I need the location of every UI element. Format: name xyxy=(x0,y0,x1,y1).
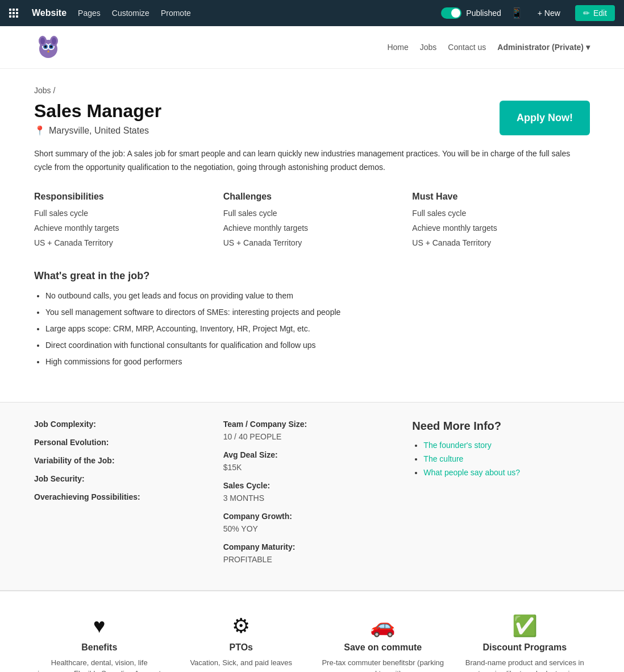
admin-nav[interactable]: Administrator (Private) ▾ xyxy=(497,43,590,52)
site-nav: Home Jobs Contact us Administrator (Priv… xyxy=(387,43,590,52)
need-more-title: Need More Info? xyxy=(412,420,590,433)
benefits-section: ♥ Benefits Healthcare, dental, vision, l… xyxy=(0,591,624,672)
great-item-4: High commissions for good performers xyxy=(45,356,590,368)
great-item-2: Large apps scope: CRM, MRP, Accounting, … xyxy=(45,323,590,335)
site-logo xyxy=(34,33,63,61)
info-sales-cycle: Sales Cycle: 3 MONTHS xyxy=(223,481,401,503)
job-title: Sales Manager xyxy=(34,101,161,122)
nav-contact[interactable]: Contact us xyxy=(448,43,486,52)
info-variability: Variability of the Job: xyxy=(34,456,212,465)
culture-link[interactable]: The culture xyxy=(423,454,463,463)
info-left-col: Job Complexity: Personal Evolution: Vari… xyxy=(34,420,212,573)
svg-point-6 xyxy=(50,45,52,48)
job-location: 📍 Marysville, United States xyxy=(34,125,161,136)
great-item-1: You sell management software to director… xyxy=(45,306,590,318)
chal-item-2: US + Canada Territory xyxy=(223,238,401,247)
great-item-3: Direct coordination with functional cons… xyxy=(45,339,590,351)
location-text: Marysville, United States xyxy=(49,126,149,136)
edit-button[interactable]: ✏ Edit xyxy=(575,5,615,21)
gear-icon: ⚙ xyxy=(176,614,307,638)
benefit-desc-1: Vacation, Sick, and paid leaves xyxy=(176,657,307,669)
must-item-1: Achieve monthly targets xyxy=(412,223,590,233)
grid-menu-icon[interactable] xyxy=(9,9,18,18)
need-more-info: Need More Info? The founder's story The … xyxy=(412,420,590,573)
need-more-links: The founder's story The culture What peo… xyxy=(412,441,590,477)
benefit-discount: ✅ Discount Programs Brand-name product a… xyxy=(460,614,590,672)
challenges-col: Challenges Full sales cycle Achieve mont… xyxy=(223,192,401,253)
breadcrumb-jobs[interactable]: Jobs xyxy=(34,86,51,95)
checkmark-circle-icon: ✅ xyxy=(460,614,590,638)
must-have-header: Must Have xyxy=(412,192,590,202)
toggle-switch[interactable] xyxy=(441,7,461,19)
benefit-desc-3: Brand-name product and services in categ… xyxy=(460,657,590,672)
heart-icon: ♥ xyxy=(34,614,165,638)
dropdown-arrow-icon: ▾ xyxy=(586,43,590,52)
job-title-section: Sales Manager 📍 Marysville, United State… xyxy=(34,101,161,136)
nav-pages[interactable]: Pages xyxy=(78,9,101,18)
responsibilities-header: Responsibilities xyxy=(34,192,212,202)
link-founders-story: The founder's story xyxy=(423,441,590,450)
founders-story-link[interactable]: The founder's story xyxy=(423,441,491,450)
apply-now-button[interactable]: Apply Now! xyxy=(500,101,590,135)
benefit-desc-2: Pre-tax commuter benefitsbr (parking and… xyxy=(318,657,448,672)
svg-point-10 xyxy=(40,38,45,44)
site-header: Home Jobs Contact us Administrator (Priv… xyxy=(0,26,624,69)
admin-label: Administrator (Private) xyxy=(497,43,584,52)
website-logo: Website xyxy=(32,8,66,18)
benefit-desc-0: Healthcare, dental, vision, life insuran… xyxy=(34,657,165,672)
info-middle-col: Team / Company Size: 10 / 40 PEOPLE Avg … xyxy=(223,420,401,573)
benefit-ptos: ⚙ PTOs Vacation, Sick, and paid leaves xyxy=(176,614,307,672)
nav-home[interactable]: Home xyxy=(387,43,408,52)
must-item-2: US + Canada Territory xyxy=(412,238,590,247)
job-header: Sales Manager 📍 Marysville, United State… xyxy=(34,101,590,136)
top-navbar: Website Pages Customize Promote Publishe… xyxy=(0,0,624,26)
must-item-0: Full sales cycle xyxy=(412,209,590,218)
logo-text: Website xyxy=(32,8,66,18)
benefit-title-0: Benefits xyxy=(34,642,165,653)
info-personal-evolution: Personal Evolution: xyxy=(34,438,212,447)
must-have-col: Must Have Full sales cycle Achieve month… xyxy=(412,192,590,253)
nav-promote[interactable]: Promote xyxy=(161,9,191,18)
info-company-maturity: Company Maturity: PROFITABLE xyxy=(223,542,401,564)
main-content: Jobs / Sales Manager 📍 Marysville, Unite… xyxy=(0,69,624,402)
info-job-security: Job Security: xyxy=(34,474,212,483)
resp-item-2: US + Canada Territory xyxy=(34,238,212,247)
info-job-complexity: Job Complexity: xyxy=(34,420,212,429)
whats-great-title: What's great in the job? xyxy=(34,270,590,282)
job-summary: Short summary of the job: A sales job fo… xyxy=(34,147,590,175)
pencil-icon: ✏ xyxy=(583,9,590,18)
benefit-title-3: Discount Programs xyxy=(460,642,590,653)
info-company-growth: Company Growth: 50% YOY xyxy=(223,512,401,533)
benefit-benefits: ♥ Benefits Healthcare, dental, vision, l… xyxy=(34,614,165,672)
breadcrumb: Jobs / xyxy=(34,86,590,95)
mobile-icon[interactable]: 📱 xyxy=(510,7,523,19)
great-item-0: No outbound calls, you get leads and foc… xyxy=(45,290,590,302)
resp-item-0: Full sales cycle xyxy=(34,209,212,218)
new-button[interactable]: + New xyxy=(532,5,566,21)
benefit-title-2: Save on commute xyxy=(318,642,448,653)
link-people-say: What people say about us? xyxy=(423,468,590,477)
published-label: Published xyxy=(466,9,501,18)
info-team-size: Team / Company Size: 10 / 40 PEOPLE xyxy=(223,420,401,441)
link-culture: The culture xyxy=(423,454,590,463)
info-section: Job Complexity: Personal Evolution: Vari… xyxy=(0,402,624,591)
location-pin-icon: 📍 xyxy=(34,125,45,136)
nav-customize[interactable]: Customize xyxy=(112,9,149,18)
three-column-section: Responsibilities Full sales cycle Achiev… xyxy=(34,192,590,253)
svg-point-5 xyxy=(44,45,47,48)
breadcrumb-separator: / xyxy=(53,86,55,95)
benefit-title-1: PTOs xyxy=(176,642,307,653)
top-nav-links: Pages Customize Promote xyxy=(78,9,191,18)
nav-jobs[interactable]: Jobs xyxy=(420,43,437,52)
chal-item-0: Full sales cycle xyxy=(223,209,401,218)
chal-item-1: Achieve monthly targets xyxy=(223,223,401,233)
car-icon: 🚗 xyxy=(318,614,448,638)
svg-point-11 xyxy=(52,38,56,44)
top-bar-right: Published 📱 + New ✏ Edit xyxy=(441,5,615,21)
info-avg-deal: Avg Deal Size: $15K xyxy=(223,450,401,472)
people-say-link[interactable]: What people say about us? xyxy=(423,468,520,477)
benefit-commute: 🚗 Save on commute Pre-tax commuter benef… xyxy=(318,614,448,672)
published-toggle[interactable]: Published xyxy=(441,7,501,19)
resp-item-1: Achieve monthly targets xyxy=(34,223,212,233)
challenges-header: Challenges xyxy=(223,192,401,202)
